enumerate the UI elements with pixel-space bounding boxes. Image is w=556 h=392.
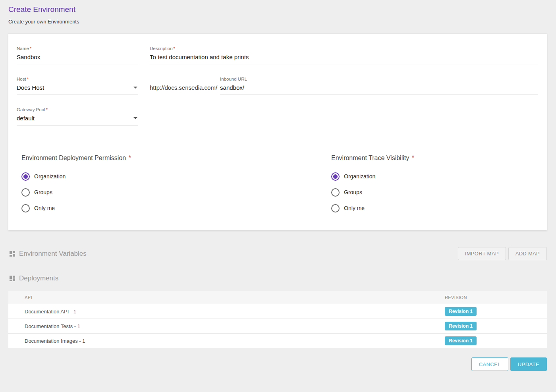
column-header-revision: REVISION xyxy=(442,295,547,300)
trace-visibility-title: Environment Trace Visibility * xyxy=(331,154,414,162)
name-field: Name* Sandbox xyxy=(17,46,138,64)
required-asterisk: * xyxy=(129,154,131,161)
radio-button-icon xyxy=(21,188,30,197)
inbound-url-group: http://docs.sensedia.com/ Inbound URL sa… xyxy=(150,77,538,95)
page-header: Create Environment Create your own Envir… xyxy=(0,0,556,25)
gateway-pool-field: Gateway Pool* default xyxy=(17,107,138,126)
radio-button-icon xyxy=(331,188,340,197)
table-row[interactable]: Documentation API - 1 Revision 1 xyxy=(8,304,547,319)
add-map-button[interactable]: ADD MAP xyxy=(508,247,547,260)
inbound-url-prefix: http://docs.sensedia.com/ xyxy=(150,84,217,95)
name-input[interactable]: Sandbox xyxy=(17,54,138,64)
radio-deployment-groups[interactable]: Groups xyxy=(21,188,331,197)
required-asterisk: * xyxy=(30,46,31,51)
radio-button-icon xyxy=(331,204,340,212)
environment-form-card: Name* Sandbox Description* To test docum… xyxy=(8,34,547,230)
deployment-permission-title: Environment Deployment Permission * xyxy=(21,154,331,162)
radio-deployment-only-me[interactable]: Only me xyxy=(21,204,331,212)
trace-visibility-group: Environment Trace Visibility * Organizat… xyxy=(331,154,414,220)
radio-button-icon xyxy=(21,204,30,212)
inbound-url-field: Inbound URL sandbox/ xyxy=(220,77,538,95)
deployments-title: Deployments xyxy=(19,274,58,282)
grid-icon xyxy=(10,251,15,257)
inbound-url-input[interactable]: sandbox/ xyxy=(220,84,538,95)
footer-actions: CANCEL UPDATE xyxy=(0,357,547,371)
radio-trace-organization[interactable]: Organization xyxy=(331,172,414,181)
deployment-permission-group: Environment Deployment Permission * Orga… xyxy=(21,154,331,220)
api-name: Documentation API - 1 xyxy=(8,309,442,315)
revision-badge[interactable]: Revision 1 xyxy=(445,307,477,316)
revision-badge[interactable]: Revision 1 xyxy=(445,322,477,330)
api-name: Documentation Images - 1 xyxy=(8,338,442,344)
page-subtitle: Create your own Environments xyxy=(8,19,548,25)
host-select[interactable]: Docs Host xyxy=(17,84,138,95)
host-selected-value: Docs Host xyxy=(17,84,44,91)
import-map-button[interactable]: IMPORT MAP xyxy=(458,247,506,260)
radio-deployment-organization[interactable]: Organization xyxy=(21,172,331,181)
description-label: Description* xyxy=(150,46,538,51)
required-asterisk: * xyxy=(412,154,414,161)
description-input[interactable]: To test documentation and take prints xyxy=(150,54,538,64)
radio-trace-only-me[interactable]: Only me xyxy=(331,204,414,212)
host-label: Host* xyxy=(17,77,138,81)
radio-trace-groups[interactable]: Groups xyxy=(331,188,414,197)
deployments-table-header: API REVISION xyxy=(8,291,547,304)
table-row[interactable]: Documentation Tests - 1 Revision 1 xyxy=(8,319,547,334)
gateway-pool-label: Gateway Pool* xyxy=(17,107,138,112)
host-field: Host* Docs Host xyxy=(17,77,138,95)
update-button[interactable]: UPDATE xyxy=(510,357,547,371)
name-label: Name* xyxy=(17,46,138,51)
inbound-url-label: Inbound URL xyxy=(220,77,538,81)
gateway-pool-select[interactable]: default xyxy=(17,115,138,126)
revision-badge[interactable]: Revision 1 xyxy=(445,336,477,345)
page-title: Create Environment xyxy=(8,5,548,14)
deployments-table: API REVISION Documentation API - 1 Revis… xyxy=(8,291,547,348)
gateway-pool-selected-value: default xyxy=(17,115,35,122)
cancel-button[interactable]: CANCEL xyxy=(471,357,508,371)
environment-variables-section: Environment Variables IMPORT MAP ADD MAP xyxy=(10,247,547,260)
chevron-down-icon xyxy=(133,117,137,119)
column-header-api: API xyxy=(8,295,442,300)
required-asterisk: * xyxy=(27,77,29,81)
api-name: Documentation Tests - 1 xyxy=(8,323,442,329)
deployments-section: Deployments xyxy=(10,274,547,282)
grid-icon xyxy=(10,276,15,281)
radio-button-icon xyxy=(21,172,30,181)
chevron-down-icon xyxy=(133,87,137,89)
environment-variables-title: Environment Variables xyxy=(19,250,87,258)
description-field: Description* To test documentation and t… xyxy=(150,46,538,64)
required-asterisk: * xyxy=(174,46,175,51)
table-row[interactable]: Documentation Images - 1 Revision 1 xyxy=(8,334,547,348)
radio-button-icon xyxy=(331,172,340,181)
required-asterisk: * xyxy=(46,107,48,112)
